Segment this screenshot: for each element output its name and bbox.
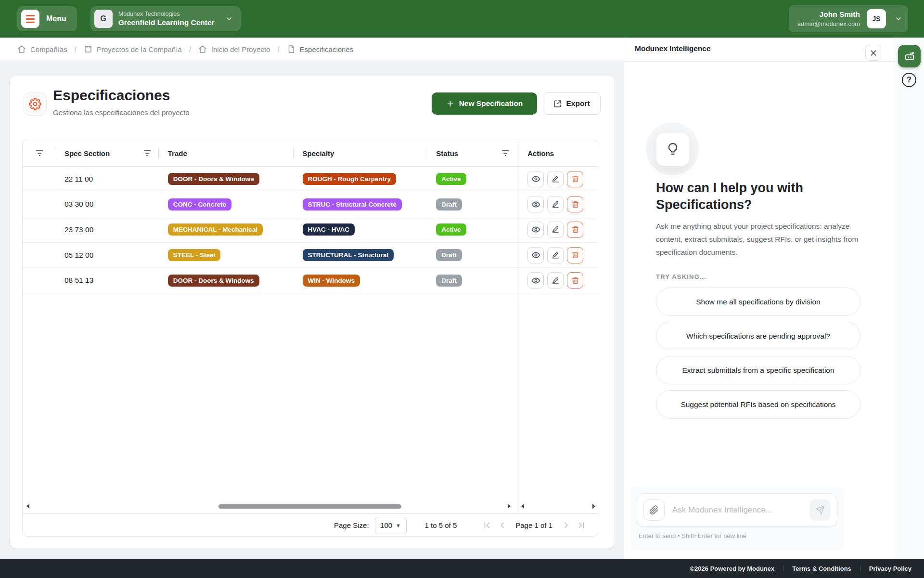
table-row[interactable]: 05 12 00STEEL - SteelSTRUCTURAL - Struct… <box>23 243 598 268</box>
view-button[interactable] <box>527 171 544 187</box>
page-indicator: Page 1 of 1 <box>515 521 552 529</box>
menu-button[interactable]: Menu <box>17 6 77 31</box>
chat-input[interactable] <box>671 505 803 515</box>
eye-icon <box>531 250 540 260</box>
scroll-left-arrow[interactable] <box>521 504 524 509</box>
edit-button[interactable] <box>547 247 564 263</box>
hamburger-icon <box>21 10 39 28</box>
home-icon <box>198 45 207 53</box>
specialty-badge: ROUGH - Rough Carpentry <box>303 173 397 185</box>
suggestion-pill[interactable]: Extract submittals from a specific speci… <box>656 356 860 384</box>
suggestion-list: Show me all specifications by divisionWh… <box>656 288 860 419</box>
pagination-bar: Page Size: 100 ▼ 1 to 5 of 5 Page 1 of 1 <box>23 513 598 537</box>
company-texts: Modunex Technologies Greenfield Learning… <box>118 10 215 27</box>
user-menu[interactable]: John Smith admin@modunex.com JS <box>789 5 908 32</box>
view-button[interactable] <box>527 222 544 238</box>
breadcrumb-item[interactable]: Proyectos de la Compañía <box>84 45 182 53</box>
copyright-text: ©2026 Powered by Modunex <box>690 565 775 572</box>
column-header-trade[interactable]: Trade <box>168 149 187 158</box>
edit-button[interactable] <box>547 171 564 187</box>
scroll-left-arrow[interactable] <box>26 504 29 509</box>
close-button[interactable] <box>865 45 881 61</box>
page-subtitle: Gestiona las especificaciones del proyec… <box>53 108 190 117</box>
delete-button[interactable] <box>567 222 583 238</box>
delete-button[interactable] <box>567 171 583 187</box>
view-button[interactable] <box>527 272 544 289</box>
breadcrumb-item[interactable]: Especificaciones <box>287 45 354 53</box>
edit-button[interactable] <box>547 272 564 289</box>
lightbulb-badge <box>656 132 689 165</box>
privacy-link[interactable]: Privacy Policy <box>869 565 911 572</box>
scrollbar-thumb[interactable] <box>218 504 401 509</box>
assistant-welcome: How can I help you with Specifications? … <box>656 132 860 419</box>
view-button[interactable] <box>527 196 544 212</box>
company-project: Greenfield Learning Center <box>118 18 215 27</box>
column-header-spec-section[interactable]: Spec Section <box>64 149 110 158</box>
gear-icon <box>24 92 47 116</box>
menu-label: Menu <box>46 14 66 23</box>
specifications-table: Spec Section Trade Specialty Status Acti… <box>22 140 598 537</box>
chevron-down-icon <box>225 15 233 23</box>
specialty-badge: HVAC - HVAC <box>303 223 355 236</box>
last-page-button[interactable] <box>575 519 588 532</box>
chat-input-row <box>637 493 837 527</box>
help-icon[interactable]: ? <box>902 73 916 87</box>
new-specification-button[interactable]: New Specification <box>432 92 537 115</box>
delete-button[interactable] <box>567 272 583 289</box>
assistant-toggle-button[interactable] <box>898 45 921 67</box>
footer-divider <box>860 565 860 572</box>
status-badge: Active <box>436 173 466 185</box>
company-selector[interactable]: G Modunex Technologies Greenfield Learni… <box>90 6 241 31</box>
suggestion-pill[interactable]: Show me all specifications by division <box>656 288 860 316</box>
table-row[interactable]: 23 73 00MECHANICAL - MechanicalHVAC - HV… <box>23 217 598 243</box>
delete-button[interactable] <box>567 196 583 212</box>
view-button[interactable] <box>527 247 544 263</box>
previous-page-button[interactable] <box>496 519 508 532</box>
edit-icon <box>552 251 560 259</box>
table-row[interactable]: 22 11 00DOOR - Doors & WindowsROUGH - Ro… <box>23 167 598 192</box>
scroll-right-arrow[interactable] <box>592 504 595 509</box>
company-org: Modunex Technologies <box>118 10 215 18</box>
breadcrumb-label: Especificaciones <box>300 45 354 53</box>
specifications-card: Especificaciones Gestiona las especifica… <box>10 76 615 549</box>
table-header-row: Spec Section Trade Specialty Status Acti… <box>23 140 598 167</box>
trash-icon <box>571 225 579 234</box>
breadcrumb-separator: / <box>189 45 191 53</box>
close-icon <box>870 49 877 57</box>
send-button[interactable] <box>809 499 831 521</box>
suggestion-pill[interactable]: Which specifications are pending approva… <box>656 322 860 350</box>
column-header-specialty[interactable]: Specialty <box>303 149 334 158</box>
first-page-button[interactable] <box>480 519 493 532</box>
filter-icon[interactable] <box>502 150 509 156</box>
suggestion-pill[interactable]: Suggest potential RFIs based on specific… <box>656 390 860 419</box>
breadcrumb-separator: / <box>75 45 77 53</box>
delete-button[interactable] <box>567 247 583 263</box>
filter-icon[interactable] <box>144 150 151 156</box>
company-avatar: G <box>94 10 113 28</box>
eye-icon <box>531 225 540 234</box>
edit-icon <box>552 225 560 234</box>
edit-button[interactable] <box>547 196 564 212</box>
caret-down-icon: ▼ <box>396 523 401 528</box>
edit-button[interactable] <box>547 222 564 238</box>
page-size-select[interactable]: 100 ▼ <box>375 517 407 534</box>
user-email: admin@modunex.com <box>797 20 860 28</box>
eye-icon <box>531 200 540 209</box>
export-button[interactable]: Export <box>543 92 601 115</box>
specialty-badge: STRUC - Structural Concrete <box>303 198 402 210</box>
table-row[interactable]: 08 51 13DOOR - Doors & WindowsWIN - Wind… <box>23 268 598 293</box>
terms-link[interactable]: Terms & Conditions <box>792 565 851 572</box>
scroll-right-arrow[interactable] <box>508 504 511 509</box>
column-header-status[interactable]: Status <box>436 149 458 158</box>
next-page-button[interactable] <box>560 519 572 532</box>
table-row[interactable]: 03 30 00CONC - ConcreteSTRUC - Structura… <box>23 192 598 218</box>
eye-icon <box>531 276 540 285</box>
panel-header: Modunex Intelligence <box>624 38 895 62</box>
attach-button[interactable] <box>643 499 665 521</box>
breadcrumb-item[interactable]: Compañías <box>17 45 67 53</box>
footer: ©2026 Powered by Modunex Terms & Conditi… <box>0 559 924 578</box>
breadcrumb: Compañías/Proyectos de la Compañía/Inici… <box>0 38 624 61</box>
breadcrumb-item[interactable]: Inicio del Proyecto <box>198 45 270 53</box>
filter-icon[interactable] <box>36 150 43 156</box>
user-name: John Smith <box>797 10 860 20</box>
